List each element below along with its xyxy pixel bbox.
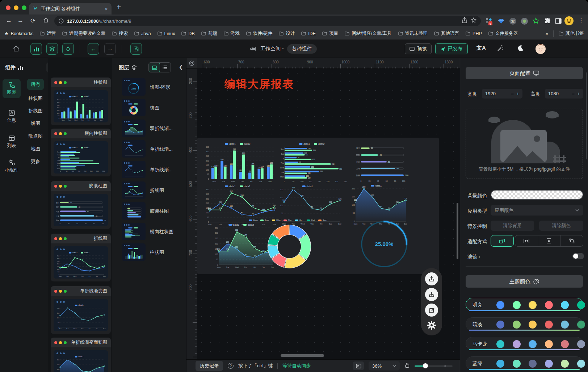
traffic-zoom-button[interactable] [22,5,26,10]
bookmark-folder[interactable]: DB [181,30,194,37]
canvas-grid[interactable]: 编辑大屏报表 data1data2050100150200250300350Mo… [197,69,460,359]
command-extension-icon[interactable]: ⌘ [509,17,517,26]
height-plus-button[interactable]: + [577,91,580,97]
bookmarks-overflow-icon[interactable]: » [546,31,548,36]
layer-row[interactable]: 单折线渐... [112,139,186,159]
magic-wand-icon[interactable] [497,45,504,53]
bookmark-folder[interactable]: Linux [158,30,175,37]
settings-scrollbar[interactable] [586,72,587,159]
sidebar-item-3[interactable]: 小组件 [3,156,21,176]
component-card[interactable]: 胶囊柱图 厦门20南阳40北京60上海80新疆100020406080100 [51,181,111,229]
page-config-header[interactable]: 页面配置 [466,67,583,79]
zoom-slider-knob[interactable] [423,363,428,368]
chart-mode-button[interactable] [30,43,42,55]
translate-icon[interactable]: 文A [476,45,486,51]
clear-background-button[interactable]: 清除背景 [491,221,534,231]
history-button[interactable]: 历史记录 [196,361,223,371]
bookmark-star-icon[interactable] [471,17,476,25]
gem-extension-icon[interactable] [497,17,505,26]
theme-row-2[interactable]: 马卡龙 [466,337,583,350]
star-extension-icon[interactable] [532,17,539,26]
donut-chart-component[interactable]: MonTueWedThuFriSatSun [225,219,354,269]
dot-extension-icon[interactable] [521,17,528,26]
share-icon[interactable] [462,17,467,25]
fit-scale-button[interactable] [491,235,514,247]
sidebar-item-2[interactable]: 列表 [3,132,21,151]
category-6[interactable]: 更多 [23,158,48,165]
redo-button[interactable]: → [104,43,116,55]
reload-icon[interactable]: ⟳ [30,17,35,25]
clear-color-button[interactable]: 清除颜色 [539,221,583,231]
bookmarks-manager[interactable]: ★Bookmarks [4,31,33,36]
component-card[interactable]: 柱状图 data1data2050100150200250300350MonTu… [51,78,111,125]
bookmark-folder[interactable]: Java [134,30,151,37]
theme-mode-button[interactable] [62,43,74,55]
capsule-chart-component[interactable]: 厦门20南阳40北京60上海80新疆100020406080100 [353,143,410,183]
canvas-text-component[interactable]: 编辑大屏报表 [224,77,294,92]
browser-tab[interactable]: 工作空间-各种组件 × [29,3,112,14]
fit-width-button[interactable] [515,235,538,247]
height-stepper[interactable]: 1080 − + [545,89,583,99]
layer-row[interactable]: 饼图 [112,97,186,118]
category-2[interactable]: 折线图 [23,108,48,114]
bookmark-folder[interactable]: 软件/硬件 [246,30,272,37]
zoom-slider[interactable] [415,363,453,368]
settings-gear-icon[interactable] [425,319,438,332]
undo-button[interactable]: ← [88,43,99,55]
horizontal-bar-chart-component[interactable]: data1data2050100150200250300350Sun130160… [278,142,350,183]
bookmark-folder[interactable]: 资讯未整理 [398,30,428,37]
dark-mode-moon-icon[interactable] [517,45,524,53]
save-button[interactable] [130,43,142,55]
lock-icon[interactable] [404,362,410,370]
info-icon[interactable] [59,18,64,24]
bookmark-folder[interactable]: 网站/博客/文章/工具 [345,30,391,37]
bookmark-folder[interactable]: 其他语言 [434,30,459,37]
edit-icon[interactable] [425,304,438,317]
bg-color-swatch[interactable] [491,190,583,200]
url-bar[interactable]: 127.0.0.1:3000/#/chart/home/9 [54,16,481,26]
forward-icon[interactable]: → [17,17,24,24]
traffic-close-button[interactable] [6,5,10,10]
sidebar-item-1[interactable]: 信息 [3,107,21,126]
background-upload-dropzone[interactable]: 背景图需小于 5M ，格式为 png/jpg/gif 的文件 [466,109,583,179]
dashboard-preview[interactable]: data1data2050100150200250300350MonTueWed… [197,138,439,274]
vertical-scrollbar[interactable] [457,203,458,259]
category-5[interactable]: 地图 [23,146,48,152]
bookmark-folder[interactable]: 前端 [201,30,217,37]
traffic-minimize-button[interactable] [14,5,18,10]
category-4[interactable]: 散点图 [23,133,48,139]
publish-button[interactable]: 已发布 [435,43,468,54]
theme-row-1[interactable]: 暗淡 [466,317,583,331]
list-view-toggle[interactable] [160,63,171,72]
category-1[interactable]: 柱状图 [23,95,48,102]
component-card[interactable]: 折线图 data1data2050100150200250300350MonTu… [51,234,111,281]
bookmark-folder[interactable]: 文件服务器 [488,30,518,37]
bookmark-folder[interactable]: PHP [466,30,482,37]
tab-close-icon[interactable]: × [105,6,108,12]
zoom-select[interactable]: 36% [369,361,400,371]
category-3[interactable]: 饼图 [23,120,48,127]
component-card[interactable]: 单折线渐变图 data1050100150200MonTueWedThuFriS… [51,286,111,334]
width-stepper[interactable]: 1920 − + [482,89,522,99]
sidebar-item-0[interactable]: 图表 [3,79,21,98]
back-icon[interactable]: ← [6,17,12,24]
fit-height-button[interactable] [538,235,561,247]
app-home-icon[interactable] [12,45,20,54]
layer-row[interactable]: 柱状图 [112,242,186,263]
bookmark-folder[interactable]: 运营 [40,30,56,37]
bar-chart-component[interactable]: data1data2050100150200250300350MonTueWed… [203,142,276,183]
thumbnail-view-toggle[interactable] [148,62,160,72]
fit-stretch-button[interactable] [560,235,583,247]
other-bookmarks-folder[interactable]: 其他书签 [559,30,584,37]
panel-layout-button[interactable] [353,361,364,370]
bookmark-folder[interactable]: IDE [301,30,316,37]
layer-row[interactable]: 双折线渐... [112,118,186,139]
layer-row[interactable]: 单折线渐... [112,159,186,180]
bookmark-folder[interactable]: 近期需要读的文章 [62,30,105,37]
layer-row[interactable]: 25% 饼图-环形 [112,77,186,97]
new-tab-button[interactable]: + [117,3,121,11]
ruler-corner[interactable] [186,58,197,69]
help-icon[interactable]: ? [228,363,234,369]
browser-menu-icon[interactable]: ⋮ [578,17,584,24]
theme-color-header[interactable]: 主题颜色 [466,275,583,288]
